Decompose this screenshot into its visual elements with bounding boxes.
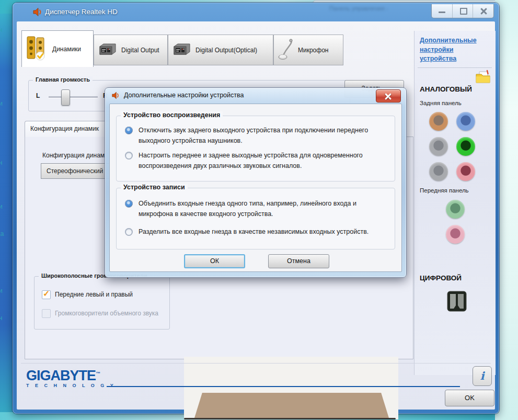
front-panel-jacks [446,200,465,244]
speaker-icon [32,7,43,19]
radio-option-merge-inputs[interactable]: Объединить входные гнезда одного типа, н… [125,199,376,220]
folder-icon[interactable] [475,70,491,86]
radio-button[interactable] [125,228,133,236]
background-text-fragment: влен [0,159,3,166]
balance-left-label: L [36,92,40,99]
logo-subtext: T E C H N O L O G Y [26,383,116,388]
floor-edge-line [184,418,396,419]
tab-speakers[interactable]: Динамики [21,30,94,67]
dialog-ok-button[interactable]: ОК [184,254,245,268]
connector-sidebar: Дополнительные настройки устройства АНАЛ… [414,31,496,375]
checkbox-label: Передние левый и правый [55,291,133,298]
footer-line [107,386,460,387]
dialog-cancel-button[interactable]: Отмена [268,254,329,268]
audio-jack-pink-red[interactable] [456,162,475,181]
dialog-close-button[interactable] [376,89,401,103]
background-text-column: ройвленспетозаойкматикойквленктрнениойко… [498,0,518,420]
radio-label: Объединить входные гнезда одного типа, н… [139,199,376,220]
gigabyte-logo: GIGABYTE™ T E C H N O L O G Y [26,367,116,388]
audio-jack-blue[interactable] [456,112,475,131]
balance-slider[interactable] [49,96,98,98]
dialog-cancel-label: Отмена [287,257,310,265]
maximize-button[interactable] [453,4,474,18]
checkbox-box[interactable]: ✓ [42,290,51,299]
footer-divider [21,363,491,364]
radio-button[interactable] [125,152,133,160]
main-ok-button[interactable]: OK [445,390,494,406]
tab-label: Digital Output(Optical) [195,47,257,54]
info-icon: i [480,369,485,382]
audio-jack-front-green[interactable] [446,200,465,219]
desktop-left-strip [0,14,14,412]
playback-device-group: Устройство воспроизведения Отключить зву… [116,116,395,181]
fullrange-speakers-group: Широкополосные громкоговорители ✓ Передн… [34,276,170,330]
tab-label: Динамики [52,46,81,53]
balance-slider-thumb[interactable] [61,89,70,106]
checkbox-box [42,309,51,318]
dialog-ok-label: ОК [210,257,219,265]
dialog-title: Дополнительные настройки устройства [124,92,244,99]
audio-jack-orange[interactable] [429,112,448,131]
audio-jack-gray-1[interactable] [429,137,448,156]
window-titlebar[interactable]: Диспетчер Realtek HD Панель управления - [13,3,499,21]
radio-label: Настроить переднее и заднее выходные уст… [139,151,376,172]
tab-label: Digital Output [121,47,159,54]
room-visualization [184,357,398,419]
radio-option-separate-inputs[interactable]: Разделить все входные гнезда в качестве … [125,227,376,237]
speakers-icon [26,36,48,63]
main-ok-label: OK [465,394,475,402]
background-text-fragment: влен [0,314,3,322]
master-volume-legend: Главная громкость [33,76,93,83]
speaker-config-label: Конфигурация динам [42,152,105,159]
checkbox-label: Громкоговорители объемного звука [55,310,158,317]
close-icon [480,7,488,15]
dialog-body: Устройство воспроизведения Отключить зву… [109,104,402,272]
back-panel-jacks [429,112,475,181]
logo-text: GIGABYTE [26,368,96,383]
radio-button-selected[interactable] [125,127,133,134]
back-panel-label: Задняя панель [420,100,462,106]
dialog-titlebar[interactable]: Дополнительные настройки устройства [105,88,406,104]
digital-output-icon [98,42,117,58]
device-advanced-settings-link[interactable]: Дополнительные настройки устройства [420,36,491,64]
desktop: ройвленспетозаойкматикойквленктрнениойко… [0,0,518,420]
background-text-fragment: ос па [0,230,4,237]
close-button[interactable] [473,4,493,18]
tab-microphone[interactable]: Микрофон [273,35,343,65]
device-advanced-settings-dialog: Дополнительные настройки устройства Устр… [105,87,407,278]
speaker-icon [111,92,120,101]
radio-button-selected[interactable] [125,200,133,208]
background-text-fragment: нени [0,203,3,210]
background-text-fragment: нени [0,287,3,294]
window-controls [431,4,494,18]
tab-digital-output[interactable]: Digital Output [94,35,168,65]
logo-trademark: ™ [96,371,100,376]
optical-port-icon[interactable] [447,291,467,314]
radio-option-mute-rear[interactable]: Отключить звук заднего выходного устройс… [125,126,376,146]
background-text-fragment: спет [0,40,1,48]
minimize-button[interactable] [432,4,453,18]
recording-group-legend: Устройство записи [121,184,188,191]
check-icon: ✓ [43,289,50,299]
radio-option-dual-streams[interactable]: Настроить переднее и заднее выходные уст… [125,151,376,172]
maximize-icon [460,8,467,15]
audio-jack-gray-2[interactable] [429,162,448,181]
radio-label: Отключить звук заднего выходного устройс… [139,126,376,146]
background-ghost-title: Панель управления - [329,5,447,12]
background-text-fragment: влен [0,26,3,33]
minimize-icon [439,12,445,13]
close-icon [384,93,392,100]
digital-output-optical-icon [172,42,191,58]
playback-group-legend: Устройство воспроизведения [121,111,223,119]
audio-jack-front-pink[interactable] [446,225,465,244]
info-button[interactable]: i [473,366,492,386]
audio-jack-green[interactable] [456,137,475,156]
tab-digital-output-optical[interactable]: Digital Output(Optical) [168,35,273,65]
analog-heading: АНАЛОГОВЫЙ [420,85,472,93]
background-text-fragment: мати [0,100,3,107]
floor-shape [194,393,389,418]
digital-heading: ЦИФРОВОЙ [420,274,462,282]
microphone-icon [278,38,294,62]
front-panel-label: Передняя панель [420,187,469,194]
window-title: Диспетчер Realtek HD [45,8,118,16]
